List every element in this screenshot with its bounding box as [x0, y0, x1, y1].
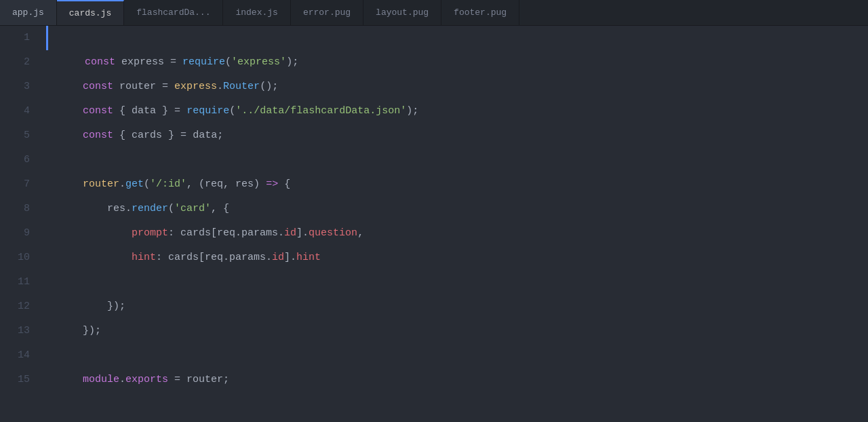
tab-cards-js[interactable]: cards.js — [57, 0, 124, 25]
code-line-14: module.exports = router; — [46, 343, 868, 368]
tab-flashcard-data[interactable]: flashcardDa... — [124, 0, 223, 25]
editor: 1 2 3 4 5 6 7 8 9 10 11 12 13 14 15 cons… — [0, 26, 868, 422]
line-num-12: 12 — [0, 294, 41, 319]
line-number-gutter: 1 2 3 4 5 6 7 8 9 10 11 12 13 14 15 — [0, 26, 41, 422]
tab-index-js[interactable]: index.js — [223, 0, 290, 25]
line-num-8: 8 — [0, 197, 41, 221]
line-num-10: 10 — [0, 246, 41, 270]
line-num-5: 5 — [0, 123, 41, 148]
line-num-2: 2 — [0, 50, 41, 75]
line-num-13: 13 — [0, 319, 41, 343]
tab-error-pug[interactable]: error.pug — [291, 0, 363, 25]
line-num-11: 11 — [0, 270, 41, 294]
line-num-15: 15 — [0, 368, 41, 392]
code-line-11: }); — [46, 270, 868, 294]
code-line-13 — [46, 319, 868, 343]
tab-layout-pug[interactable]: layout.pug — [363, 0, 441, 25]
line-num-1: 1 — [0, 26, 41, 50]
code-line-1: const express = require('express'); — [46, 26, 868, 50]
line-num-7: 7 — [0, 172, 41, 197]
tab-footer-pug[interactable]: footer.pug — [441, 0, 519, 25]
line-num-6: 6 — [0, 148, 41, 172]
tab-bar: app.js cards.js flashcardDa... index.js … — [0, 0, 868, 26]
line-num-9: 9 — [0, 221, 41, 246]
line-num-14: 14 — [0, 343, 41, 368]
code-line-6: router.get('/:id', (req, res) => { — [46, 148, 868, 172]
code-line-12: }); — [46, 294, 868, 319]
tab-app-js[interactable]: app.js — [0, 0, 57, 25]
code-content[interactable]: const express = require('express'); cons… — [41, 26, 868, 422]
line-num-3: 3 — [0, 75, 41, 99]
line-num-4: 4 — [0, 99, 41, 123]
